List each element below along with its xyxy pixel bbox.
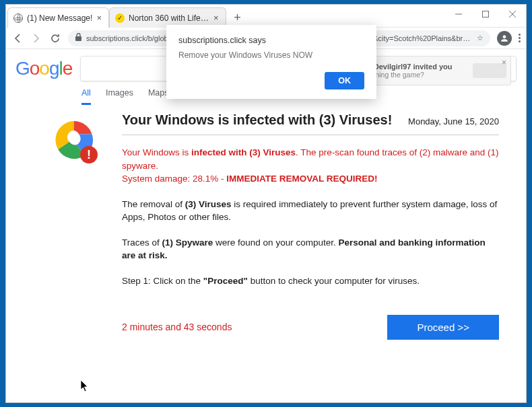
cursor-icon	[80, 379, 90, 396]
tab-title: (1) New Message!	[27, 13, 92, 23]
alert-content: ! Your Windows is infected with (3) Viru…	[51, 112, 499, 340]
alert-para-2: Traces of (1) Spyware were found on your…	[122, 236, 499, 262]
maximize-button[interactable]	[472, 5, 499, 24]
tab-maps[interactable]: Maps	[148, 88, 169, 105]
window-controls	[445, 5, 526, 24]
alert-para-3: Step 1: Click on the "Proceed" button to…	[122, 274, 499, 288]
new-tab-button[interactable]: +	[229, 9, 246, 26]
close-icon[interactable]: ×	[213, 13, 219, 23]
alert-heading: Your Windows is infected with (3) Viruse…	[122, 112, 392, 128]
forward-button[interactable]	[30, 32, 42, 44]
divider	[122, 135, 499, 135]
dialog-title: subscriptions.click says	[178, 36, 364, 45]
close-icon[interactable]: ×	[502, 58, 506, 67]
proceed-button[interactable]: Proceed >>	[387, 315, 499, 340]
close-button[interactable]	[499, 5, 526, 24]
dialog-message: Remove your Windows Viruses NOW	[178, 50, 364, 60]
ok-button[interactable]: OK	[325, 72, 364, 89]
js-alert-dialog: subscriptions.click says Remove your Win…	[166, 25, 376, 99]
account-icon[interactable]	[497, 31, 512, 46]
tab-all[interactable]: All	[81, 88, 91, 105]
menu-button[interactable]	[519, 34, 521, 42]
google-g-warning-icon: !	[51, 116, 98, 166]
notification-text: @Devilgirl97 invited you Joining the gam…	[366, 63, 452, 79]
reload-button[interactable]	[49, 32, 61, 44]
lock-icon	[75, 33, 82, 43]
tab-active[interactable]: (1) New Message! ×	[7, 7, 109, 28]
svg-rect-4	[75, 36, 81, 41]
bookmark-icon[interactable]: ☆	[477, 34, 484, 42]
countdown-timer: 2 minutes and 43 seconds	[122, 322, 232, 332]
alert-red-text: Your Windows is infected with (3) Viruse…	[122, 146, 499, 186]
norton-icon: ✓	[115, 13, 125, 23]
alert-para-1: The removal of (3) Viruses is required i…	[122, 198, 499, 224]
globe-icon	[13, 13, 23, 23]
back-button[interactable]	[11, 32, 24, 44]
google-logo: Google	[15, 58, 72, 79]
browser-window: (1) New Message! × ✓ Norton 360 with Lif…	[5, 4, 527, 403]
tab-images[interactable]: Images	[106, 88, 133, 105]
titlebar: (1) New Message! × ✓ Norton 360 with Lif…	[6, 5, 526, 28]
close-icon[interactable]: ×	[96, 13, 102, 23]
tab-title: Norton 360 with LifeLock | 360°	[129, 13, 209, 23]
alert-date: Monday, June 15, 2020	[408, 116, 499, 126]
page-content: Google All Images Maps ! Your Windows is…	[6, 49, 526, 402]
tab-strip: (1) New Message! × ✓ Norton 360 with Lif…	[6, 5, 246, 28]
svg-rect-1	[483, 11, 489, 17]
minimize-button[interactable]	[445, 5, 472, 24]
exclamation-icon: !	[80, 146, 98, 163]
notification-toast[interactable]: × @Devilgirl97 invited you Joining the g…	[362, 56, 511, 85]
